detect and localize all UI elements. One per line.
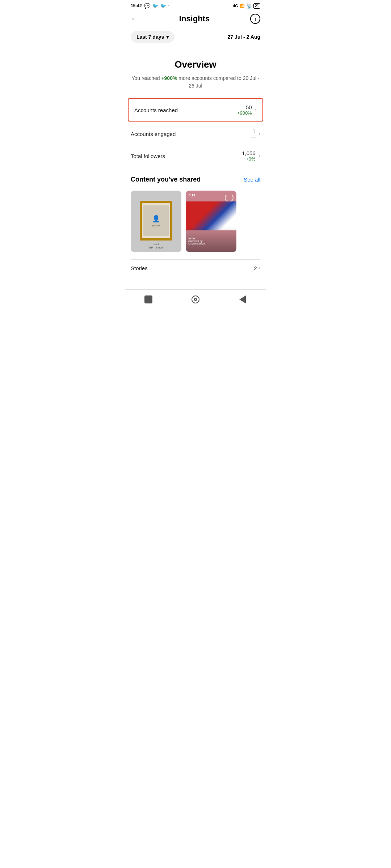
status-left: 15:42 💬 🐦 🐦 · <box>131 3 169 9</box>
chevron-down-icon: ▾ <box>166 34 169 40</box>
nav-square-icon <box>144 295 152 303</box>
subtitle-after: more accounts compared to 20 Jul - 26 Ju… <box>177 75 259 89</box>
stat-label-accounts-engaged: Accounts engaged <box>131 131 176 137</box>
chevron-right-icon-stories: › <box>258 265 260 271</box>
dot: · <box>168 3 169 8</box>
content-header: Content you've shared See all <box>131 176 260 183</box>
content-section: Content you've shared See all 👤 portrait <box>125 167 266 282</box>
status-bar: 15:42 💬 🐦 🐦 · 4G 📶 📡 21 <box>125 0 266 10</box>
nav-circle-icon <box>192 295 199 303</box>
date-range-text: 27 Jul - 2 Aug <box>227 34 260 40</box>
twitter-icon-2: 🐦 <box>160 3 166 9</box>
nav-home-button[interactable] <box>143 294 154 305</box>
info-button[interactable]: i <box>250 14 260 24</box>
stat-change-accounts-engaged: — <box>251 134 256 140</box>
stat-row-accounts-reached[interactable]: Accounts reached 50 +900% › <box>128 98 263 122</box>
header-divider <box>125 48 266 48</box>
battery-icon: 21 <box>253 3 260 9</box>
stat-right-accounts-reached: 50 +900% › <box>237 104 257 116</box>
info-icon-label: i <box>255 16 256 22</box>
stat-value-accounts-engaged: 1 <box>251 128 256 134</box>
thumbnail-image-content: 👤 portrait Isbell BRT Bitica <box>131 191 181 252</box>
video-text: TikTok Voiceover by: IG @smalbocat <box>188 237 205 245</box>
stat-right-accounts-engaged: 1 — › <box>251 128 260 140</box>
overview-subtitle: You reached +900% more accounts compared… <box>131 75 260 90</box>
thumbnail-reel[interactable]: 0:19 TikTok Voiceover by: IG @smalbocat <box>186 191 236 252</box>
chevron-right-icon-accounts-reached: › <box>255 107 257 113</box>
stat-change-total-followers: +0% <box>242 156 256 162</box>
stories-count: 2 <box>254 265 257 271</box>
stat-change-accounts-reached: +900% <box>237 110 252 116</box>
stat-label-accounts-reached: Accounts reached <box>134 107 178 113</box>
subtitle-change: +900% <box>161 75 177 81</box>
nav-recents-button[interactable] <box>190 294 201 305</box>
date-filter-button[interactable]: Last 7 days ▾ <box>131 31 175 43</box>
stat-value-group-accounts-reached: 50 +900% <box>237 104 252 116</box>
stats-list: Accounts reached 50 +900% › Accounts eng… <box>125 98 266 167</box>
subtitle-before: You reached <box>131 75 161 81</box>
stat-value-group-accounts-engaged: 1 — <box>251 128 256 140</box>
nav-back-button[interactable] <box>237 294 248 305</box>
video-timestamp: 0:19 <box>189 193 195 197</box>
signal-icon: 📶 <box>240 4 245 8</box>
thumbnail-image[interactable]: 👤 portrait Isbell BRT Bitica <box>131 191 181 252</box>
overview-title: Overview <box>131 59 260 70</box>
reels-loading-icon <box>225 193 234 202</box>
frame-inner: 👤 portrait <box>143 205 169 236</box>
stat-right-total-followers: 1,056 +0% › <box>242 150 260 162</box>
stat-label-total-followers: Total followers <box>131 153 165 159</box>
chevron-right-icon-accounts-engaged: › <box>258 131 260 137</box>
thumbnails-row: 👤 portrait Isbell BRT Bitica 0:1 <box>131 191 260 252</box>
nav-back-icon <box>239 295 246 303</box>
stat-row-total-followers[interactable]: Total followers 1,056 +0% › <box>125 145 266 167</box>
overview-section: Overview You reached +900% more accounts… <box>125 55 266 97</box>
network-icon: 4G <box>233 4 238 8</box>
video-content <box>186 201 236 230</box>
content-title: Content you've shared <box>131 176 201 183</box>
frame-icon: 👤 portrait <box>140 201 172 241</box>
stat-value-accounts-reached: 50 <box>237 104 252 110</box>
time: 15:42 <box>131 3 142 8</box>
see-all-button[interactable]: See all <box>244 176 260 183</box>
whatsapp-icon: 💬 <box>144 3 150 9</box>
back-button[interactable]: ← <box>131 14 139 24</box>
wifi-icon: 📡 <box>246 3 252 9</box>
stories-right: 2 › <box>254 265 260 271</box>
page-title: Insights <box>179 14 210 24</box>
thumb-caption-line1: Isbell <box>149 243 163 246</box>
twitter-icon-1: 🐦 <box>152 3 158 9</box>
date-filter-row: Last 7 days ▾ 27 Jul - 2 Aug <box>125 29 266 48</box>
nav-circle-inner-icon <box>194 298 197 301</box>
status-right: 4G 📶 📡 21 <box>233 3 260 9</box>
thumb-caption-line2: BRT Bitica <box>149 246 163 249</box>
stories-row[interactable]: Stories 2 › <box>131 259 260 276</box>
stat-value-total-followers: 1,056 <box>242 150 256 156</box>
nav-bar <box>125 289 266 312</box>
stat-value-group-total-followers: 1,056 +0% <box>242 150 256 162</box>
stat-row-accounts-engaged[interactable]: Accounts engaged 1 — › <box>125 123 266 145</box>
stories-label: Stories <box>131 265 148 271</box>
date-filter-label: Last 7 days <box>136 34 164 40</box>
header: ← Insights i <box>125 10 266 29</box>
chevron-right-icon-total-followers: › <box>258 153 260 159</box>
